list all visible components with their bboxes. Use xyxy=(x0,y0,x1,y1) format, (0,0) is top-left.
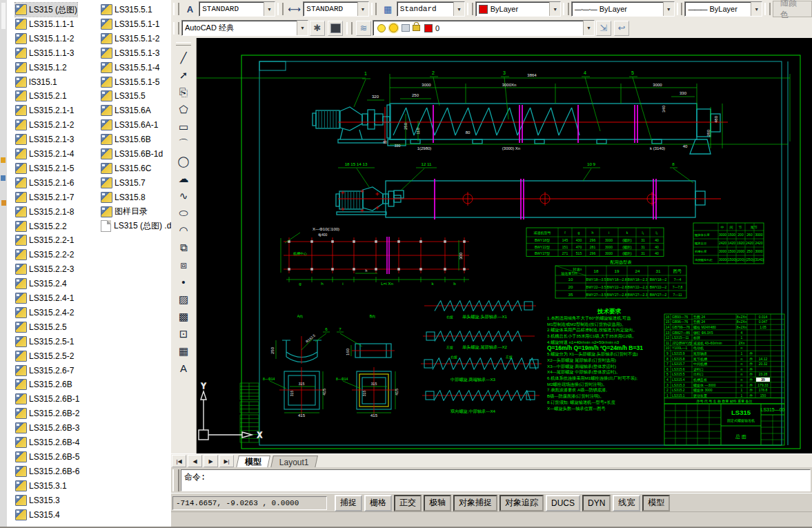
file-item[interactable]: LS315.2.5 xyxy=(15,320,67,334)
file-item[interactable]: lS315.1 xyxy=(15,75,57,89)
dim-style-icon[interactable]: ⟷ xyxy=(287,1,301,17)
tab-next-button[interactable]: ▶ xyxy=(204,455,218,467)
make-layer-current-icon[interactable]: ⇲ xyxy=(596,21,611,36)
command-input[interactable]: 命令: xyxy=(181,469,811,491)
toolbar-grip[interactable] xyxy=(173,3,179,15)
workspace-combo[interactable]: AutoCAD 经典▼ xyxy=(181,20,308,36)
chevron-down-icon[interactable]: ▼ xyxy=(583,21,594,35)
file-item[interactable]: LS315.1.1-1 xyxy=(15,17,74,31)
file-item[interactable]: LS315.5.1-1 xyxy=(101,17,159,31)
file-item[interactable]: LS315.2.6B xyxy=(15,378,72,391)
file-item[interactable]: LS315.2.1-8 xyxy=(15,205,74,219)
region-icon[interactable]: ⊡ xyxy=(175,325,192,342)
chevron-down-icon[interactable]: ▼ xyxy=(357,2,368,16)
file-item[interactable]: LS315.5.1-2 xyxy=(101,32,159,46)
revision-cloud-icon[interactable]: ☁ xyxy=(175,170,192,187)
file-item[interactable]: LS315.2.6B-4 xyxy=(15,436,79,449)
file-item[interactable]: LS315.1.2 xyxy=(15,61,67,75)
file-item[interactable]: LS315.2.1-1 xyxy=(15,104,74,117)
file-item[interactable]: LS315.1.1-3 xyxy=(15,46,74,60)
file-item[interactable]: LS315.2.2 xyxy=(15,219,67,233)
toggle-捕捉[interactable]: 捕捉 xyxy=(335,495,362,511)
file-item[interactable]: LS315.2.1 xyxy=(15,89,67,103)
toolbar-grip[interactable] xyxy=(277,3,284,15)
multiline-text-icon[interactable]: A xyxy=(175,360,192,377)
file-item[interactable]: LS315.2.4-1 xyxy=(15,291,74,305)
file-item[interactable]: LS315.7 xyxy=(101,176,146,190)
insert-block-icon[interactable]: ⧉ xyxy=(175,239,192,256)
toolbar-grip[interactable] xyxy=(764,3,771,15)
polyline-icon[interactable]: ⎘ xyxy=(175,84,192,101)
dim-style-combo[interactable]: STANDARD▼ xyxy=(303,1,368,17)
toggle-对象捕捉[interactable]: 对象捕捉 xyxy=(453,495,497,511)
toggle-DUCS[interactable]: DUCS xyxy=(546,495,580,511)
file-item[interactable]: LS315.2.4 xyxy=(15,277,67,291)
file-explorer-panel[interactable]: LS315 (总图)LS315.1.1-1LS315.1.1-2LS315.1.… xyxy=(7,0,172,528)
toolbar-grip[interactable] xyxy=(467,3,473,15)
construction-line-icon[interactable]: ➚ xyxy=(175,66,192,84)
file-item[interactable]: LS315.6A xyxy=(101,104,151,117)
file-item[interactable]: LS315.5.1-4 xyxy=(101,61,159,75)
toolbar-grip[interactable] xyxy=(563,3,569,15)
chevron-down-icon[interactable]: ▼ xyxy=(663,2,674,16)
file-item[interactable]: LS315.5 xyxy=(101,89,146,103)
file-item[interactable]: LS315.6B-1d xyxy=(101,147,163,161)
layer-vp-icon[interactable] xyxy=(402,24,410,32)
file-item[interactable]: LS315.2.6B-5 xyxy=(15,450,79,464)
file-item[interactable]: LS315.6C xyxy=(101,162,151,175)
toolbar-grip[interactable] xyxy=(677,3,683,15)
file-item[interactable]: LS315.3 xyxy=(15,493,60,507)
file-item[interactable]: LS315.2.6B-1 xyxy=(15,392,79,406)
lineweight-combo[interactable]: ——— ByLayer▼ xyxy=(684,1,762,17)
file-item[interactable]: LS315.2.1-3 xyxy=(15,133,74,146)
tab-first-button[interactable]: |◀ xyxy=(172,455,186,467)
table-style-icon[interactable]: ▦ xyxy=(380,1,395,17)
toggle-栅格[interactable]: 栅格 xyxy=(364,495,392,511)
workspace-settings-icon[interactable] xyxy=(328,21,343,36)
toolbar-grip[interactable] xyxy=(346,22,353,35)
table-style-combo[interactable]: Standard▼ xyxy=(397,1,465,17)
toggle-DYN[interactable]: DYN xyxy=(582,495,611,511)
file-item[interactable]: LS315.2.1-2 xyxy=(15,118,74,132)
layer-lock-icon[interactable] xyxy=(413,25,420,31)
file-item[interactable]: LS315.2.6B-3 xyxy=(15,421,79,435)
ellipse-arc-icon[interactable]: ◠ xyxy=(175,222,192,239)
layer-freeze-sun-icon[interactable] xyxy=(389,23,398,32)
file-item[interactable]: LS315.5.1-5 xyxy=(101,75,159,89)
tab-model[interactable]: 模型 xyxy=(236,456,270,468)
file-item[interactable]: LS315.8 xyxy=(101,190,146,204)
file-item[interactable]: LS315.2.2-2 xyxy=(15,248,74,262)
chevron-down-icon[interactable]: ▼ xyxy=(751,2,762,16)
file-item[interactable]: LS315.2.2-1 xyxy=(15,233,74,247)
file-item[interactable]: LS315.2.1-7 xyxy=(15,190,74,204)
file-item[interactable]: LS315.4 xyxy=(15,508,60,522)
line-icon[interactable]: ╱ xyxy=(175,49,192,66)
linetype-combo[interactable]: —·—·— ByLayer▼ xyxy=(571,1,675,17)
file-item[interactable]: LS315.2.6B-6 xyxy=(15,465,79,478)
toggle-线宽[interactable]: 线宽 xyxy=(613,495,640,511)
tab-last-button[interactable]: ▶| xyxy=(219,455,234,467)
layer-on-bulb-icon[interactable] xyxy=(377,24,386,32)
text-style-icon[interactable]: A xyxy=(183,1,197,17)
file-item[interactable]: LS315.5.1 xyxy=(101,3,152,17)
file-item[interactable]: LS315.3.1 xyxy=(15,479,67,493)
file-item[interactable]: LS315.2.1-5 xyxy=(15,162,74,175)
toolbar-handle[interactable] xyxy=(176,42,191,46)
file-item[interactable]: LS315.2.1-6 xyxy=(15,176,74,190)
file-item[interactable]: LS315.5.1-3 xyxy=(101,46,159,60)
arc-icon[interactable]: ⌒ xyxy=(175,135,192,153)
file-item[interactable]: LS315.2.4-2 xyxy=(15,306,74,320)
circle-icon[interactable]: ◯ xyxy=(175,153,192,170)
file-item-plain-doc[interactable]: LS315 (总图) .d xyxy=(101,219,171,233)
gear-icon[interactable]: ✱ xyxy=(310,21,325,36)
toggle-对象追踪[interactable]: 对象追踪 xyxy=(499,495,544,511)
plot-style-button[interactable]: 随颜色 xyxy=(773,1,812,17)
file-item[interactable]: LS315.2.5-2 xyxy=(15,349,74,363)
toggle-极轴[interactable]: 极轴 xyxy=(424,495,451,511)
file-item[interactable]: LS315.2.6-7 xyxy=(15,364,74,378)
file-item[interactable]: LS315.2.1-4 xyxy=(15,147,74,161)
command-window-grip[interactable] xyxy=(172,469,179,491)
file-item[interactable]: LS315.6A-1 xyxy=(101,118,158,132)
file-item[interactable]: LS315 (总图) xyxy=(15,3,77,17)
make-block-icon[interactable]: ⧈ xyxy=(175,256,192,273)
